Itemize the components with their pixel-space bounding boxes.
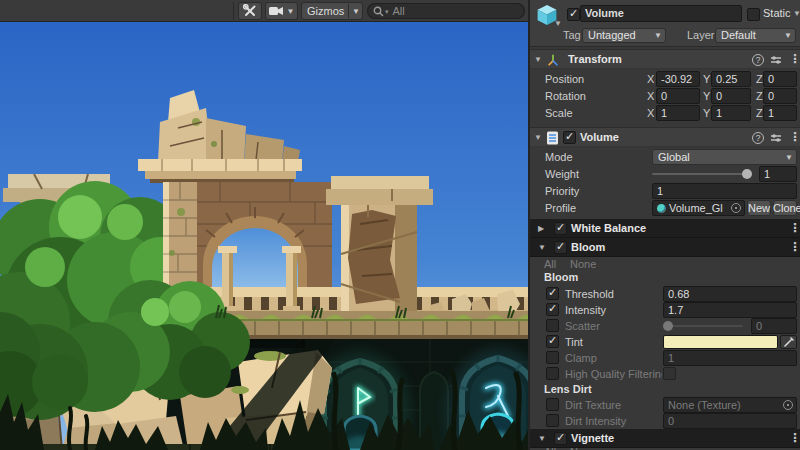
all-button[interactable]: All bbox=[544, 258, 556, 271]
intensity-label: Intensity bbox=[565, 302, 606, 318]
profile-clone-button[interactable]: Clone bbox=[773, 200, 797, 216]
dirt-intensity-field[interactable]: 0 bbox=[663, 413, 797, 429]
more-menu-icon[interactable]: ⋮ bbox=[789, 219, 800, 238]
bloom-checkbox[interactable] bbox=[554, 241, 567, 254]
scene-camera-button[interactable]: ▼ bbox=[265, 2, 298, 20]
hqf-value-checkbox[interactable] bbox=[663, 367, 676, 380]
profile-object-field[interactable]: Volume_Gl bbox=[652, 200, 745, 216]
transform-icon bbox=[546, 53, 560, 67]
weight-field[interactable]: 1 bbox=[759, 166, 797, 182]
presets-icon[interactable] bbox=[770, 54, 782, 66]
rotation-z-field[interactable]: 0 bbox=[763, 88, 797, 104]
position-x-field[interactable]: -30.92 bbox=[656, 71, 700, 87]
hqf-override-checkbox[interactable] bbox=[546, 367, 559, 380]
button-divider bbox=[348, 4, 349, 18]
more-menu-icon[interactable]: ⋮ bbox=[789, 429, 800, 448]
intensity-field[interactable]: 1.7 bbox=[663, 302, 797, 318]
help-icon[interactable]: ? bbox=[752, 54, 764, 66]
rotation-y-field[interactable]: 0 bbox=[711, 88, 751, 104]
gameobject-header: ▼ Volume Static ▼ Tag Untagged▼ Layer De… bbox=[530, 0, 800, 47]
scale-x-field[interactable]: 1 bbox=[656, 105, 700, 121]
script-icon bbox=[546, 131, 559, 145]
scale-z-field[interactable]: 1 bbox=[763, 105, 797, 121]
tag-dropdown[interactable]: Untagged▼ bbox=[582, 28, 666, 43]
threshold-field[interactable]: 0.68 bbox=[663, 286, 797, 302]
dirt-texture-override-checkbox[interactable] bbox=[546, 398, 559, 411]
component-enabled-checkbox[interactable] bbox=[563, 131, 576, 144]
white-balance-checkbox[interactable] bbox=[554, 222, 567, 235]
rotation-x-field[interactable]: 0 bbox=[656, 88, 700, 104]
position-z-field[interactable]: 0 bbox=[763, 71, 797, 87]
scale-y-field[interactable]: 1 bbox=[711, 105, 751, 121]
search-placeholder: All bbox=[393, 5, 405, 17]
unity-editor: ▼ Gizmos ▼ ▾ All bbox=[0, 0, 800, 450]
clamp-label: Clamp bbox=[565, 350, 597, 366]
vignette-checkbox[interactable] bbox=[554, 432, 567, 445]
hqf-label: High Quality Filtering bbox=[565, 366, 662, 382]
right-broken-column bbox=[326, 176, 433, 319]
volume-title: Volume bbox=[580, 128, 619, 147]
clamp-override-checkbox[interactable] bbox=[546, 351, 559, 364]
static-caret-icon[interactable]: ▼ bbox=[793, 5, 800, 22]
icon-caret-icon[interactable]: ▼ bbox=[554, 14, 562, 33]
more-menu-icon[interactable]: ⋮ bbox=[789, 50, 800, 69]
bloom-header[interactable]: ▼ Bloom ⋮ bbox=[530, 238, 800, 257]
white-balance-header[interactable]: ▶ White Balance ⋮ bbox=[530, 219, 800, 238]
scene-search-input[interactable]: ▾ All bbox=[367, 3, 525, 19]
priority-field[interactable]: 1 bbox=[652, 183, 797, 199]
presets-icon[interactable] bbox=[770, 132, 782, 144]
clamp-field[interactable]: 1 bbox=[663, 350, 797, 366]
more-menu-icon[interactable]: ⋮ bbox=[789, 238, 800, 257]
static-checkbox[interactable] bbox=[747, 8, 760, 21]
tools-icon bbox=[243, 4, 257, 18]
eyedropper-button[interactable] bbox=[780, 335, 797, 349]
rotation-label: Rotation bbox=[545, 88, 586, 104]
foldout-icon[interactable]: ▼ bbox=[534, 50, 542, 69]
none-button[interactable]: None bbox=[570, 446, 596, 450]
dirt-texture-field[interactable]: None (Texture) bbox=[663, 397, 797, 413]
position-label: Position bbox=[545, 71, 584, 87]
more-menu-icon[interactable]: ⋮ bbox=[789, 128, 800, 147]
axis-x-label: X bbox=[647, 88, 654, 104]
threshold-override-checkbox[interactable] bbox=[546, 287, 559, 300]
dirt-texture-label: Dirt Texture bbox=[565, 397, 621, 413]
caret-down-icon: ▼ bbox=[784, 29, 792, 43]
help-icon[interactable]: ? bbox=[752, 132, 764, 144]
none-button[interactable]: None bbox=[570, 258, 596, 271]
position-y-field[interactable]: 0.25 bbox=[711, 71, 751, 87]
foldout-icon[interactable]: ▼ bbox=[534, 128, 542, 147]
scatter-slider-knob[interactable] bbox=[663, 321, 673, 331]
priority-label: Priority bbox=[545, 183, 579, 199]
scatter-slider-track[interactable] bbox=[663, 325, 743, 327]
dirt-intensity-label: Dirt Intensity bbox=[565, 413, 626, 429]
dirt-intensity-override-checkbox[interactable] bbox=[546, 414, 559, 427]
layer-dropdown[interactable]: Default▼ bbox=[715, 28, 796, 43]
mode-dropdown[interactable]: Global▼ bbox=[652, 149, 797, 165]
weight-label: Weight bbox=[545, 166, 579, 182]
foldout-icon[interactable]: ▶ bbox=[538, 219, 544, 238]
threshold-label: Threshold bbox=[565, 286, 614, 302]
tint-override-checkbox[interactable] bbox=[546, 335, 559, 348]
weight-slider-knob[interactable] bbox=[742, 169, 752, 179]
active-checkbox[interactable] bbox=[567, 8, 580, 21]
foldout-icon[interactable]: ▼ bbox=[538, 238, 546, 257]
axis-x-label: X bbox=[647, 105, 654, 121]
object-picker-icon[interactable] bbox=[731, 203, 741, 213]
name-field[interactable]: Volume bbox=[580, 5, 742, 22]
bloom-title: Bloom bbox=[571, 238, 605, 257]
scatter-override-checkbox[interactable] bbox=[546, 319, 559, 332]
volume-component-header[interactable]: ▼ Volume ? ⋮ bbox=[530, 127, 800, 147]
object-picker-icon[interactable] bbox=[783, 400, 793, 410]
axis-y-label: Y bbox=[703, 71, 710, 87]
intensity-override-checkbox[interactable] bbox=[546, 303, 559, 316]
white-balance-title: White Balance bbox=[571, 219, 646, 238]
weight-slider-track[interactable] bbox=[652, 173, 748, 175]
gizmos-button[interactable]: Gizmos ▼ bbox=[301, 2, 363, 20]
scatter-field[interactable]: 0 bbox=[751, 318, 797, 334]
all-button[interactable]: All bbox=[544, 446, 556, 450]
scene-tools-button[interactable] bbox=[238, 2, 262, 20]
profile-new-button[interactable]: New bbox=[747, 200, 771, 216]
scene-viewport[interactable] bbox=[0, 22, 530, 450]
transform-header[interactable]: ▼ Transform ? ⋮ bbox=[530, 49, 800, 69]
tint-color-swatch[interactable] bbox=[663, 335, 778, 349]
